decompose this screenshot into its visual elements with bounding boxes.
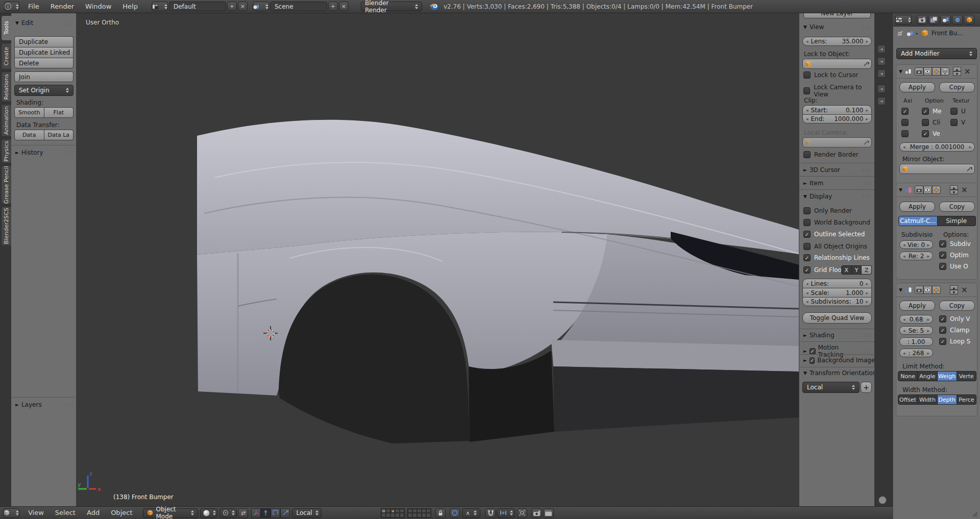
panel-grip-icon[interactable]: :::: xyxy=(65,20,74,26)
panel-grip-icon[interactable]: :::: xyxy=(65,150,74,155)
subdivide-uvs-row[interactable]: ✓ Subdiv xyxy=(939,240,971,248)
mirror-axis-z-checkbox[interactable] xyxy=(901,130,909,137)
modifier-subsurf-header[interactable]: ▼ ▲▼ × xyxy=(896,183,977,197)
modifier-reorder-buttons[interactable]: ▲▼ xyxy=(953,67,961,76)
delete-scene-button[interactable]: × xyxy=(339,2,349,11)
layer-cell[interactable] xyxy=(417,509,422,513)
tab-create[interactable]: Create xyxy=(1,43,11,69)
viewport-visibility-toggle[interactable] xyxy=(923,286,932,294)
history-panel-header[interactable]: ► History :::: xyxy=(15,149,74,156)
layers-grid-right[interactable] xyxy=(407,508,431,518)
pin-icon[interactable] xyxy=(897,30,903,36)
data-button[interactable]: Data xyxy=(14,130,44,140)
lock-to-cursor-row[interactable]: Lock to Cursor xyxy=(803,71,858,79)
collapsed-panel-tab[interactable]: ◂ xyxy=(877,69,886,78)
limit-angle-button[interactable]: Angle xyxy=(918,371,937,381)
menu-help[interactable]: Help xyxy=(117,1,143,13)
duplicate-button[interactable]: Duplicate xyxy=(14,36,74,47)
render-engine-dropdown[interactable]: Blender Render xyxy=(361,2,422,11)
only-render-row[interactable]: Only Render xyxy=(803,207,852,214)
scene-mini-icon[interactable] xyxy=(906,31,913,36)
arrow-right-icon[interactable]: ▸ xyxy=(968,144,972,150)
proportional-edit-dropdown[interactable] xyxy=(450,508,460,518)
join-button[interactable]: Join xyxy=(14,71,74,82)
layer-cell[interactable] xyxy=(395,513,400,517)
clip-start-field[interactable]: ◂ Start: 0.100 ▸ xyxy=(802,105,872,114)
arrow-right-icon[interactable]: ▸ xyxy=(865,108,869,113)
delete-modifier-icon[interactable]: × xyxy=(961,185,968,194)
transform-orientation-dropdown[interactable]: Local xyxy=(292,508,322,518)
mirror-vgroups-row[interactable]: ✓ Ve xyxy=(922,130,940,137)
eyedropper-icon[interactable] xyxy=(966,166,972,172)
grid-x-button[interactable]: X xyxy=(841,265,852,275)
shade-flat-button[interactable]: Flat xyxy=(44,107,74,118)
edit-mode-toggle[interactable] xyxy=(932,286,941,294)
tab-scene-icon[interactable] xyxy=(940,15,951,24)
editor-type-info-button[interactable]: i xyxy=(4,2,19,11)
set-origin-dropdown[interactable]: Set Origin xyxy=(14,85,74,96)
tab-tools[interactable]: Tools xyxy=(1,15,11,41)
panel-grip-icon[interactable]: :::: xyxy=(863,333,871,338)
arrow-left-icon[interactable]: ◂ xyxy=(805,108,810,113)
layer-cell[interactable] xyxy=(400,513,404,517)
eyedropper-icon[interactable] xyxy=(863,61,869,67)
loop-slide-row[interactable]: ✓ Loop S xyxy=(939,338,970,345)
arrow-left-icon[interactable]: ◂ xyxy=(805,281,810,286)
limit-none-button[interactable]: None xyxy=(898,371,918,381)
opengl-render-still-button[interactable] xyxy=(531,508,542,518)
edit-panel-header[interactable]: ▼ Edit :::: xyxy=(15,19,74,27)
modifier-bevel-header[interactable]: ▼ ▲▼ × xyxy=(896,283,977,297)
menu-window[interactable]: Window xyxy=(80,1,117,13)
layer-cell[interactable] xyxy=(386,513,390,517)
edit-mode-toggle[interactable] xyxy=(932,186,941,194)
grid-z-button[interactable]: Z xyxy=(862,265,872,275)
pivot-point-dropdown[interactable] xyxy=(219,508,237,518)
tab-physics[interactable]: Physics xyxy=(1,139,11,163)
tab-animation[interactable]: Animation xyxy=(1,104,11,137)
render-border-row[interactable]: Render Border xyxy=(803,151,859,158)
arrow-left-icon[interactable]: ◂ xyxy=(902,254,906,259)
arrow-left-icon[interactable]: ◂ xyxy=(902,242,906,248)
arrow-right-icon[interactable]: ▸ xyxy=(926,242,930,248)
arrow-right-icon[interactable]: ▸ xyxy=(865,281,869,286)
panel-grip-icon[interactable]: :::: xyxy=(65,402,74,407)
delete-screen-layout-button[interactable]: × xyxy=(238,2,248,11)
tab-relations[interactable]: Relations xyxy=(1,71,11,102)
arrow-left-icon[interactable]: ◂ xyxy=(902,317,906,322)
layer-cell[interactable] xyxy=(408,509,412,513)
layer-cell[interactable] xyxy=(390,509,395,513)
grid-lines-field[interactable]: ◂ Lines: 0 ▸ xyxy=(802,279,872,288)
delete-button[interactable]: Delete xyxy=(14,58,74,68)
lens-field[interactable]: ◂ Lens: 35.000 ▸ xyxy=(802,37,872,46)
mirror-axis-x-checkbox[interactable]: ✓ xyxy=(901,108,909,115)
outline-selected-row[interactable]: ✓ Outline Selected xyxy=(803,231,865,238)
tab-render-icon[interactable] xyxy=(917,15,927,24)
limit-vertex-button[interactable]: Verte xyxy=(957,371,976,381)
use-opensubdiv-row[interactable]: ✓ Use O xyxy=(939,263,968,270)
transform-orientations-panel-header[interactable]: ▼ Transform Orientations xyxy=(803,369,873,377)
bevel-material-field[interactable]: ◂ : 268 ▸ xyxy=(899,349,933,357)
viewport-visibility-toggle[interactable] xyxy=(923,67,932,76)
viewport-3d[interactable] xyxy=(76,13,799,506)
subsurf-copy-button[interactable]: Copy xyxy=(939,202,975,212)
layer-cell[interactable] xyxy=(426,513,431,517)
relationship-lines-row[interactable]: ✓ Relationship Lines xyxy=(803,254,870,261)
shade-smooth-button[interactable]: Smooth xyxy=(14,107,44,118)
add-screen-layout-button[interactable]: + xyxy=(227,2,237,11)
background-images-panel-header[interactable]: ► ✓ Background Images xyxy=(803,357,873,364)
arrow-right-icon[interactable]: ▸ xyxy=(865,290,869,295)
arrow-right-icon[interactable]: ▸ xyxy=(865,299,869,304)
mirror-object-field[interactable] xyxy=(899,164,975,174)
layer-cell[interactable] xyxy=(417,513,422,517)
scale-manipulator-button[interactable] xyxy=(280,508,290,518)
arrow-right-icon[interactable]: ▸ xyxy=(926,328,930,333)
panel-grip-icon[interactable]: :::: xyxy=(863,24,871,30)
snap-toggle[interactable] xyxy=(485,508,496,518)
modifier-reorder-buttons[interactable]: ▲▼ xyxy=(950,185,958,194)
arrow-right-icon[interactable]: ▸ xyxy=(926,317,930,322)
limit-weight-button[interactable]: Weigh xyxy=(938,371,957,381)
optimal-display-row[interactable]: ✓ Optim xyxy=(939,252,969,259)
render-visibility-toggle[interactable] xyxy=(915,186,923,194)
view-panel-header[interactable]: ▼ View :::: xyxy=(803,23,871,31)
snap-element-dropdown[interactable] xyxy=(497,508,515,518)
